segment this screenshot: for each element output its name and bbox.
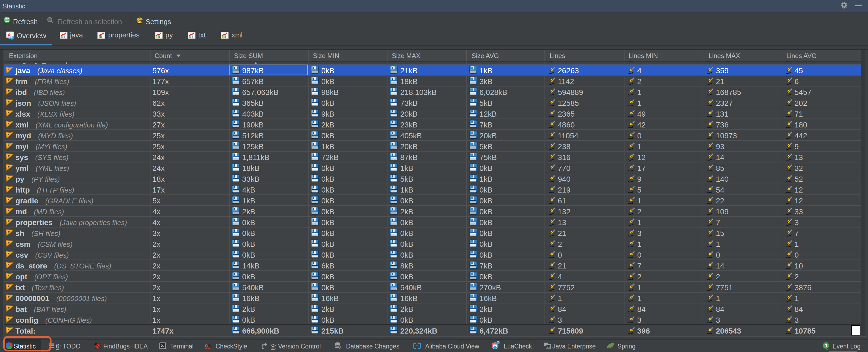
svg-text:c: c	[205, 342, 208, 349]
svg-text:1: 1	[825, 343, 828, 349]
svg-text:EE: EE	[547, 345, 551, 349]
svg-text:s: s	[208, 342, 211, 349]
